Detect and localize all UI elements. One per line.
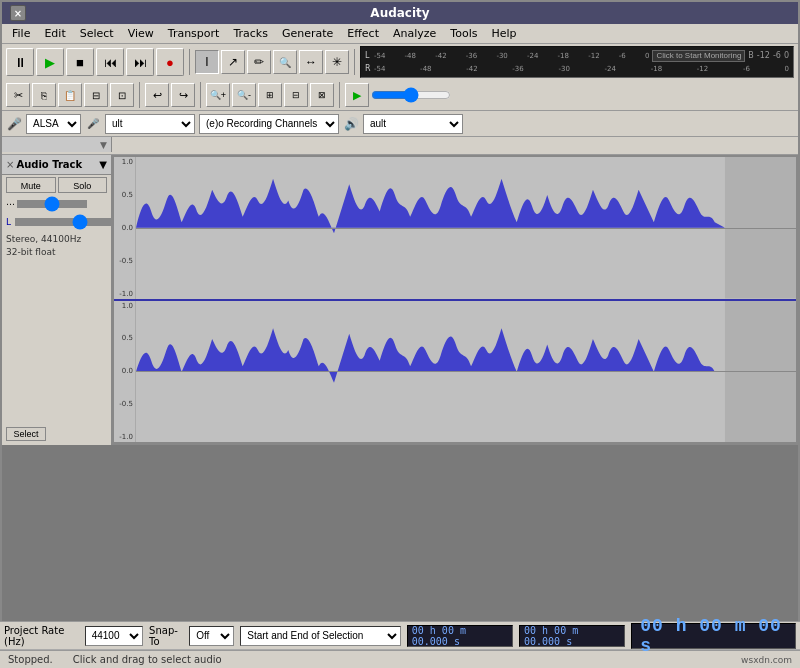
skip-start-button[interactable]: ⏮ (96, 48, 124, 76)
zoom-fit-button[interactable]: ⊟ (284, 83, 308, 107)
gain-row: ⋯ (2, 195, 111, 213)
menu-analyze[interactable]: Analyze (387, 26, 442, 41)
pan-left-label: L (6, 217, 11, 227)
main-content: × Audio Track ▼ Mute Solo ⋯ L R Stereo, … (2, 155, 798, 445)
menu-view[interactable]: View (122, 26, 160, 41)
status-hint: Click and drag to select audio (73, 654, 222, 665)
zero-line-bottom (136, 371, 796, 372)
watermark: wsxdn.com (741, 655, 792, 665)
play-button[interactable]: ▶ (36, 48, 64, 76)
selection-start-time[interactable]: 00 h 00 m 00.000 s (407, 625, 513, 647)
waveform-top-channel[interactable]: 1.0 0.5 0.0 -0.5 -1.0 (114, 157, 796, 301)
scale-bot-0-0: 0.0 (114, 367, 135, 375)
waveform-area[interactable]: 1.0 0.5 0.0 -0.5 -1.0 (112, 155, 798, 445)
waveform-bottom-channel[interactable]: 1.0 0.5 0.0 -0.5 -1.0 (114, 301, 796, 444)
menu-edit[interactable]: Edit (38, 26, 71, 41)
toolbar-separator-4 (200, 82, 201, 108)
microphone-icon-2: 🎤 (85, 116, 101, 132)
snap-to-label: Snap-To (149, 625, 183, 647)
menu-select[interactable]: Select (74, 26, 120, 41)
toolbar-separator-3 (139, 82, 140, 108)
monitor-button[interactable]: Click to Start Monitoring (652, 50, 745, 62)
pan-row: L R (2, 213, 111, 231)
track-controls-panel: × Audio Track ▼ Mute Solo ⋯ L R Stereo, … (2, 155, 112, 445)
stop-button[interactable]: ■ (66, 48, 94, 76)
record-button[interactable]: ● (156, 48, 184, 76)
playback-device-select[interactable]: ault (363, 114, 463, 134)
gain-icon: ⋯ (6, 199, 15, 209)
toolbar-separator-5 (339, 82, 340, 108)
transport-toolbar: ⏸ ▶ ■ ⏮ ⏭ ● I ↗ ✏ 🔍 ↔ ✳ L -54-48-42-36-3… (2, 44, 798, 80)
edit-toolbar: ✂ ⎘ 📋 ⊟ ⊡ ↩ ↪ 🔍+ 🔍- ⊞ ⊟ ⊠ ▶ (2, 80, 798, 110)
toolbar-separator-1 (189, 49, 190, 75)
redo-button[interactable]: ↪ (171, 83, 195, 107)
cut-button[interactable]: ✂ (6, 83, 30, 107)
menu-effect[interactable]: Effect (341, 26, 385, 41)
menu-tracks[interactable]: Tracks (227, 26, 274, 41)
track-info: Stereo, 44100Hz 32-bit float (2, 231, 111, 260)
timeshift-tool-button[interactable]: ↔ (299, 50, 323, 74)
mute-solo-row: Mute Solo (2, 175, 111, 195)
undo-button[interactable]: ↩ (145, 83, 169, 107)
envelope-tool-button[interactable]: ↗ (221, 50, 245, 74)
audio-host-select[interactable]: ALSA (26, 114, 81, 134)
zoom-fit-vert-button[interactable]: ⊠ (310, 83, 334, 107)
paste-button[interactable]: 📋 (58, 83, 82, 107)
zoom-out-button[interactable]: 🔍- (232, 83, 256, 107)
scale-neg-1-0: -1.0 (114, 290, 135, 298)
menu-tools[interactable]: Tools (444, 26, 483, 41)
trim-button[interactable]: ⊟ (84, 83, 108, 107)
snap-to-select[interactable]: Off (189, 626, 234, 646)
mute-button[interactable]: Mute (6, 177, 56, 193)
solo-button[interactable]: Solo (58, 177, 108, 193)
time-display: 00 h 00 m 00 s (631, 623, 796, 649)
scale-bot-0-5: 0.5 (114, 334, 135, 342)
zero-line-top (136, 228, 796, 229)
silence-button[interactable]: ⊡ (110, 83, 134, 107)
track-name: Audio Track (16, 159, 97, 170)
selection-type-select[interactable]: Start and End of Selection (240, 626, 401, 646)
scale-0-0: 0.0 (114, 224, 135, 232)
copy-button[interactable]: ⎘ (32, 83, 56, 107)
title-bar: × Audacity (2, 2, 798, 24)
menu-file[interactable]: File (6, 26, 36, 41)
track-header: × Audio Track ▼ (2, 155, 111, 175)
toolbar-area: ⏸ ▶ ■ ⏮ ⏭ ● I ↗ ✏ 🔍 ↔ ✳ L -54-48-42-36-3… (2, 44, 798, 111)
menu-bar: File Edit Select View Transport Tracks G… (2, 24, 798, 44)
vu-meter: L -54-48-42-36-30-24-18-12-60 Click to S… (360, 46, 794, 78)
play-at-speed-button[interactable]: ▶ (345, 83, 369, 107)
zoom-sel-button[interactable]: ⊞ (258, 83, 282, 107)
track-select-button[interactable]: Select (6, 427, 46, 441)
gray-area (2, 445, 798, 625)
bottom-area: Project Rate (Hz) 44100 Snap-To Off Star… (0, 621, 800, 668)
menu-help[interactable]: Help (485, 26, 522, 41)
skip-end-button[interactable]: ⏭ (126, 48, 154, 76)
playback-speed-slider[interactable] (371, 87, 451, 103)
selection-end-time[interactable]: 00 h 00 m 00.000 s (519, 625, 625, 647)
toolbar-separator-2 (354, 49, 355, 75)
menu-transport[interactable]: Transport (162, 26, 226, 41)
gain-slider[interactable] (17, 200, 87, 208)
track-bit-depth: 32-bit float (6, 246, 107, 259)
select-tool-button[interactable]: I (195, 50, 219, 74)
timeline-ruler: ▼ 5.0 6.0 7.0 8.0 9.0 10.0 11.0 12.0 13.… (2, 137, 798, 155)
recording-channels-select[interactable]: (e)o Recording Channels (199, 114, 339, 134)
track-close-button[interactable]: × (6, 159, 14, 170)
status-stopped: Stopped. (8, 654, 53, 665)
close-button[interactable]: × (10, 5, 26, 21)
draw-tool-button[interactable]: ✏ (247, 50, 271, 74)
scale-1-0: 1.0 (114, 158, 135, 166)
project-rate-select[interactable]: 44100 (85, 626, 143, 646)
zoom-tool-button[interactable]: 🔍 (273, 50, 297, 74)
recording-device-select[interactable]: ult (105, 114, 195, 134)
multi-tool-button[interactable]: ✳ (325, 50, 349, 74)
scale-0-5: 0.5 (114, 191, 135, 199)
menu-generate[interactable]: Generate (276, 26, 339, 41)
scale-bot-neg-1-0: -1.0 (114, 433, 135, 441)
selection-bar: Project Rate (Hz) 44100 Snap-To Off Star… (0, 622, 800, 650)
track-controls-lower: Select (2, 260, 111, 445)
zoom-in-button[interactable]: 🔍+ (206, 83, 230, 107)
pause-button[interactable]: ⏸ (6, 48, 34, 76)
track-dropdown-button[interactable]: ▼ (99, 159, 107, 170)
scale-bot-neg-0-5: -0.5 (114, 400, 135, 408)
